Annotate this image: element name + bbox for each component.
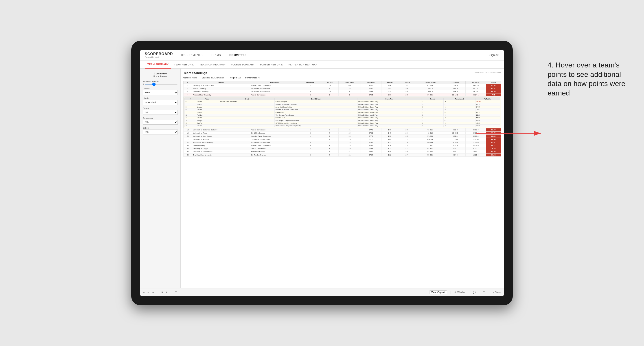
table-row[interactable]: 21 University of Alabama Southeastern Co… bbox=[184, 138, 501, 141]
col-conf-rank: Conf Rank bbox=[299, 81, 321, 84]
logo-powered: Powered by clippi bbox=[145, 56, 173, 58]
slider-min: 0 bbox=[143, 83, 144, 85]
division-section: Division NCAA Division I NCAA Division I… bbox=[143, 97, 178, 105]
feedback-button[interactable]: 💬 bbox=[473, 291, 476, 294]
table-row[interactable]: 19 University of Texas Big 12 Conference… bbox=[184, 132, 501, 135]
school-section: School (All) bbox=[143, 127, 178, 135]
list-item: 11UniversCopper CupNCAA Division I Match… bbox=[185, 111, 500, 114]
table-row[interactable]: 24 University of Oregon Pac-12 Conferenc… bbox=[184, 147, 501, 150]
share-button[interactable]: ↗ Share bbox=[492, 291, 501, 294]
nav-items: TOURNAMENTS TEAMS COMMITTEE bbox=[180, 54, 487, 57]
copy-button[interactable]: ⎘ bbox=[162, 291, 163, 294]
gender-select[interactable]: Men's Women's bbox=[143, 90, 178, 95]
list-item: 7UniversSouthern Highlands CollegiateNCA… bbox=[185, 103, 500, 106]
forward-icon: → bbox=[152, 291, 154, 294]
region-section: Region N/A All bbox=[143, 107, 178, 115]
main-content: Committee Portal Review Minimum Rounds 0… bbox=[140, 69, 504, 288]
chevron-icon: ▾ bbox=[464, 291, 466, 294]
region-filter-label: Region: bbox=[230, 77, 238, 79]
table-row[interactable]: 1 University of North Carolina Atlantic … bbox=[184, 84, 501, 87]
table-row[interactable]: 22 Mississippi State University Southeas… bbox=[184, 141, 501, 144]
conference-select[interactable]: (All) bbox=[143, 120, 178, 125]
tab-player-h2h-heatmap[interactable]: PLAYER H2H HEATMAP bbox=[286, 60, 320, 69]
bottom-toolbar: ↩ ↪ → ⎘ ⊕ ⓘ View: Original 👁 bbox=[140, 288, 504, 296]
conference-filter-label: Conference: bbox=[245, 77, 257, 79]
rank-1: 1 bbox=[184, 84, 192, 87]
nav-teams[interactable]: TEAMS bbox=[210, 54, 222, 57]
col-bnds-wins: Bnds Wins bbox=[338, 81, 360, 84]
table-row[interactable]: 18 University of California, Berkeley Pa… bbox=[184, 128, 501, 132]
col-no-tour: No Tour bbox=[321, 81, 338, 84]
division-filter: Division: NCAA Division I bbox=[202, 77, 226, 79]
top-nav: SCOREBOARD Powered by clippi TOURNAMENTS… bbox=[140, 50, 504, 60]
division-filter-value: NCAA Division I bbox=[211, 77, 226, 79]
col-avg-sg: Avg SG bbox=[381, 81, 398, 84]
region-label: Region bbox=[143, 107, 178, 109]
toolbar-sep-4 bbox=[469, 291, 469, 294]
table-row[interactable]: 25 University of North Florida ASUN Conf… bbox=[184, 150, 501, 154]
feedback-icon: 💬 bbox=[473, 291, 476, 294]
tab-player-summary[interactable]: PLAYER SUMMARY bbox=[228, 60, 258, 69]
table-row[interactable]: 23 Duke University Atlantic Coast Confer… bbox=[184, 144, 501, 147]
redo-button[interactable]: ↪ bbox=[148, 291, 149, 294]
gender-filter: Gender: Men's bbox=[183, 77, 197, 79]
table-title: Team Standings bbox=[183, 71, 207, 75]
min-rounds-slider-container: 0 bbox=[143, 83, 178, 85]
points-1[interactable]: 97.02 bbox=[486, 84, 501, 87]
points-arizona-state[interactable]: 79.5 bbox=[486, 93, 501, 97]
tab-team-h2h-heatmap[interactable]: TEAM H2H HEATMAP bbox=[197, 60, 228, 69]
col-rank: # bbox=[184, 81, 192, 84]
table-row[interactable]: 20 University of New Mexico Mountain Wes… bbox=[184, 135, 501, 138]
toolbar-sep-5 bbox=[479, 291, 479, 294]
school-select[interactable]: (All) bbox=[143, 130, 178, 135]
logo-area: SCOREBOARD Powered by clippi bbox=[145, 52, 173, 58]
region-filter: Region: All bbox=[230, 77, 241, 79]
expanded-row: # Team Event Event Division Event Type R… bbox=[184, 97, 501, 128]
watch-button[interactable]: 👁 Watch ▾ bbox=[454, 291, 466, 294]
toolbar-sep-2 bbox=[171, 291, 171, 294]
col-vs25: Vs Top 25 bbox=[445, 81, 466, 84]
table-row-arizona-state[interactable]: 4 Arizona State University Pac-12 Confer… bbox=[184, 93, 501, 97]
min-rounds-slider[interactable] bbox=[145, 84, 178, 84]
tab-team-summary[interactable]: TEAM SUMMARY bbox=[145, 60, 171, 69]
sign-out-link[interactable]: Sign out bbox=[490, 54, 499, 57]
info-icon: ⓘ bbox=[175, 291, 177, 294]
col-adj-score: Adj Score bbox=[360, 81, 381, 84]
gender-filter-value: Men's bbox=[192, 77, 198, 79]
table-row[interactable]: 3 Vanderbilt University Southeastern Con… bbox=[184, 90, 501, 93]
filters-row: Gender: Men's Division: NCAA Division I … bbox=[183, 77, 501, 79]
list-item: 6UniversArizona State UniversityCelso Co… bbox=[185, 100, 500, 103]
tab-team-h2h-grid[interactable]: TEAM H2H GRID bbox=[171, 60, 197, 69]
expanded-events-table: # Team Event Event Division Event Type R… bbox=[184, 97, 500, 127]
table-row[interactable]: 26 The Ohio State University Big Ten Con… bbox=[184, 154, 501, 157]
toolbar-sep-6 bbox=[489, 291, 489, 294]
nav-tournaments[interactable]: TOURNAMENTS bbox=[180, 54, 204, 57]
undo-button[interactable]: ↩ bbox=[143, 291, 145, 294]
toolbar-sep-1 bbox=[158, 291, 158, 294]
forward-button[interactable]: → bbox=[152, 291, 154, 294]
undo-icon: ↩ bbox=[143, 291, 145, 294]
division-filter-label: Division: bbox=[202, 77, 210, 79]
gender-filter-label: Gender: bbox=[183, 77, 191, 79]
region-select[interactable]: N/A All bbox=[143, 110, 178, 115]
paste-button[interactable]: ⊕ bbox=[166, 291, 168, 294]
conference-filter: Conference: All bbox=[245, 77, 260, 79]
fullscreen-button[interactable]: ⛶ bbox=[483, 291, 485, 294]
view-original-button[interactable]: View: Original bbox=[429, 290, 447, 294]
col-points: Points bbox=[486, 81, 501, 84]
info-button[interactable]: ⓘ bbox=[175, 291, 177, 294]
paste-icon: ⊕ bbox=[166, 291, 168, 294]
list-item: 13UniversWilliams CupNCAA Division I Str… bbox=[185, 117, 500, 119]
fullscreen-icon: ⛶ bbox=[483, 291, 485, 294]
update-time: Update time: 13/03/2024 10:03:42 bbox=[474, 71, 501, 73]
eye-icon: 👁 bbox=[454, 291, 457, 294]
division-select[interactable]: NCAA Division I NCAA Division II bbox=[143, 100, 178, 105]
list-item: 15East TerOFCC Fighting Illini Invitatio… bbox=[185, 122, 500, 125]
list-item: 8UniversAmer An IntercollegiateNCAA Divi… bbox=[185, 106, 500, 108]
col-low-adj: Low Adj bbox=[398, 81, 416, 84]
nav-committee[interactable]: COMMITTEE bbox=[228, 54, 248, 57]
sub-nav: TEAM SUMMARY TEAM H2H GRID TEAM H2H HEAT… bbox=[140, 60, 504, 69]
table-row[interactable]: 2 Auburn University Southeastern Confere… bbox=[184, 87, 501, 90]
col-school: School bbox=[192, 81, 250, 84]
tab-player-h2h-grid[interactable]: PLAYER H2H GRID bbox=[258, 60, 286, 69]
